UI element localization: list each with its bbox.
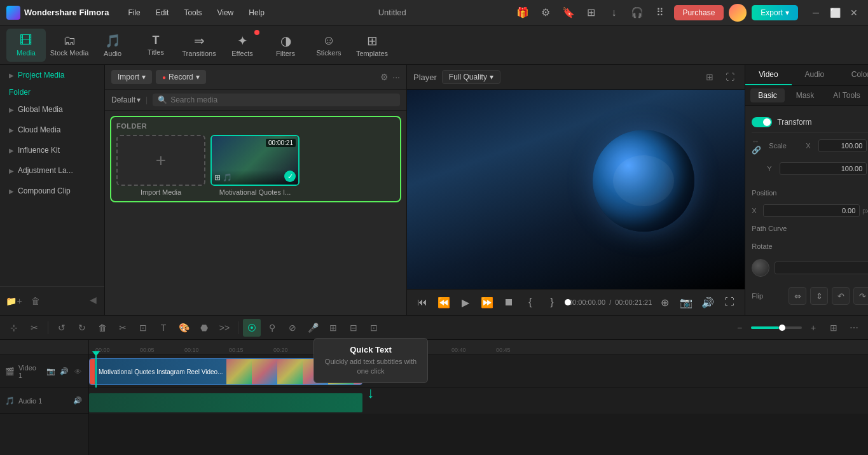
toolbar-templates[interactable]: ⊞ Templates <box>352 29 392 62</box>
menu-file[interactable]: File <box>121 6 146 20</box>
position-x-input[interactable] <box>763 204 860 217</box>
tab-color[interactable]: Color <box>837 65 868 85</box>
scale-y-input[interactable] <box>780 162 867 175</box>
redo-button[interactable]: ↻ <box>73 319 91 337</box>
gift-icon[interactable]: 🎁 <box>514 4 532 22</box>
subtab-ai-tools[interactable]: AI Tools <box>825 88 867 102</box>
crop-button[interactable]: ⊡ <box>134 319 152 337</box>
undo-button[interactable]: ↺ <box>53 319 71 337</box>
transform-section[interactable]: Transform ◇ <box>752 112 868 133</box>
audio-track-speaker-icon[interactable]: 🔊 <box>72 395 83 407</box>
grid-icon[interactable]: ⊞ <box>582 4 600 22</box>
toolbar-stickers[interactable]: ☺ Stickers <box>309 29 348 62</box>
flip-option3-button[interactable]: ↶ <box>832 287 850 305</box>
add-to-timeline-button[interactable]: ⊕ <box>656 293 673 311</box>
play-button[interactable]: ▶ <box>457 293 474 311</box>
headphones-icon[interactable]: 🎧 <box>628 4 646 22</box>
close-button[interactable]: ✕ <box>846 5 862 20</box>
cut-button[interactable]: ✂ <box>114 319 132 337</box>
toolbar-titles[interactable]: T Titles <box>136 29 176 62</box>
add-folder-icon[interactable]: 📁+ <box>5 292 23 310</box>
paint-button[interactable]: ⬣ <box>195 319 213 337</box>
pip-button[interactable]: ⊟ <box>345 319 362 337</box>
toolbar-audio[interactable]: 🎵 Audio <box>93 29 132 62</box>
search-input-wrap[interactable]: 🔍 <box>153 94 400 106</box>
import-button[interactable]: Import ▾ <box>111 70 152 84</box>
toolbar-transitions[interactable]: ⇒ Transitions <box>179 29 219 62</box>
settings-button[interactable]: ⋯ <box>845 319 863 337</box>
rotate-knob[interactable] <box>752 259 769 277</box>
step-back-button[interactable]: ⏪ <box>435 293 453 311</box>
grid-view-button[interactable]: ⊞ <box>825 319 843 337</box>
default-view-button[interactable]: Default ▾ <box>111 95 141 104</box>
split-button[interactable]: ⊘ <box>284 319 301 337</box>
menu-tools[interactable]: Tools <box>177 6 208 20</box>
tab-audio[interactable]: Audio <box>792 65 837 85</box>
fullscreen-player-button[interactable]: ⛶ <box>720 293 738 311</box>
apps-icon[interactable]: ⠿ <box>651 4 669 22</box>
user-avatar[interactable] <box>729 4 747 22</box>
zoom-in-button[interactable]: + <box>804 319 822 337</box>
quality-selector[interactable]: Full Quality ▾ <box>442 70 500 84</box>
flip-option4-button[interactable]: ↷ <box>853 287 868 305</box>
sidebar-item-cloud-media[interactable]: ▶ Cloud Media <box>3 120 102 139</box>
record-button[interactable]: ● Record ▾ <box>156 70 206 84</box>
sidebar-item-adjustment-layer[interactable]: ▶ Adjustment La... <box>3 161 102 180</box>
video-track-camera-icon[interactable]: 📷 <box>45 366 57 377</box>
sidebar-item-project-media[interactable]: ▶ Project Media <box>3 66 102 85</box>
video-track-speaker-icon[interactable]: 🔊 <box>59 366 70 377</box>
text-button[interactable]: T Quick Text Quickly add text subtitles … <box>155 319 172 337</box>
clip-merge-button[interactable]: ⊞ <box>324 319 342 337</box>
flip-horizontal-button[interactable]: ⇔ <box>789 287 806 305</box>
trim-tool-button[interactable]: ✂ <box>25 319 43 337</box>
magnet-button[interactable]: ⚲ <box>263 319 281 337</box>
step-forward-button[interactable]: ⏩ <box>478 293 496 311</box>
video-thumb[interactable]: 00:00:21 ⊞ 🎵 ✓ <box>210 135 300 186</box>
filter-icon[interactable]: ⚙ <box>380 72 389 82</box>
toolbar-filters[interactable]: ◑ Filters <box>266 29 305 62</box>
scale-x-input[interactable] <box>818 139 867 152</box>
volume-button[interactable]: 🔊 <box>699 293 717 311</box>
voice-button[interactable]: 🎤 <box>304 319 322 337</box>
menu-help[interactable]: Help <box>242 6 271 20</box>
split-view-icon[interactable]: ⊞ <box>701 69 718 85</box>
green-screen-button[interactable]: ⊡ <box>365 319 383 337</box>
more-options-icon[interactable]: ··· <box>392 72 400 82</box>
toolbar-effects[interactable]: ✦ Effects <box>223 29 262 62</box>
subtab-mask[interactable]: Mask <box>789 88 822 102</box>
sidebar-item-global-media[interactable]: ▶ Global Media <box>3 100 102 119</box>
delete-button[interactable]: 🗑 <box>93 319 111 337</box>
sidebar-item-compound-clip[interactable]: ▶ Compound Clip <box>3 181 102 200</box>
color-button[interactable]: 🎨 <box>175 319 193 337</box>
sidebar-item-influence-kit[interactable]: ▶ Influence Kit <box>3 141 102 160</box>
rewind-button[interactable]: ⏮ <box>413 293 431 311</box>
settings-icon[interactable]: ⚙ <box>537 4 555 22</box>
more-tools-button[interactable]: >> <box>216 319 233 337</box>
purchase-button[interactable]: Purchase <box>674 5 724 20</box>
menu-view[interactable]: View <box>210 6 240 20</box>
mark-in-button[interactable]: { <box>521 293 539 311</box>
maximize-button[interactable]: ⬜ <box>827 5 843 20</box>
video-media-card[interactable]: 00:00:21 ⊞ 🎵 ✓ Motivational Quotes I... <box>210 135 300 196</box>
zoom-slider-track[interactable] <box>751 326 802 329</box>
subtab-basic[interactable]: Basic <box>750 88 784 102</box>
toolbar-media[interactable]: 🎞 Media <box>6 29 46 62</box>
mark-out-button[interactable]: } <box>543 293 561 311</box>
zoom-out-button[interactable]: − <box>731 319 748 337</box>
bookmark-icon[interactable]: 🔖 <box>560 4 577 22</box>
select-tool-button[interactable]: ⊹ <box>5 319 23 337</box>
transform-toggle[interactable] <box>752 117 772 127</box>
menu-edit[interactable]: Edit <box>149 6 176 20</box>
search-input[interactable] <box>170 95 395 104</box>
import-thumb[interactable]: + <box>116 135 205 186</box>
tab-video[interactable]: Video <box>745 65 791 85</box>
rotate-input[interactable] <box>775 262 868 274</box>
playhead-button[interactable]: ⦿ <box>243 319 261 337</box>
download-icon[interactable]: ↓ <box>605 4 623 22</box>
export-button[interactable]: Export ▾ <box>752 5 798 20</box>
fullscreen-icon[interactable]: ⛶ <box>722 69 738 85</box>
remove-icon[interactable]: 🗑 <box>27 292 45 310</box>
stop-button[interactable]: ⏹ <box>500 293 518 311</box>
toolbar-stock-media[interactable]: 🗂 Stock Media <box>50 29 89 62</box>
sidebar-collapse-icon[interactable]: ◀ <box>87 292 99 310</box>
